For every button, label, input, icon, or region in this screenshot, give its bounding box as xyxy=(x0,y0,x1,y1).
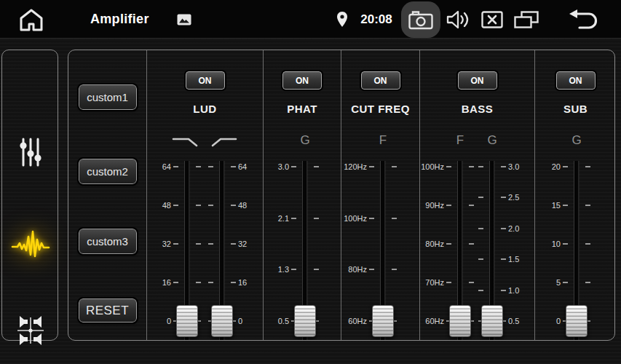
tick-label: 3.0 xyxy=(261,162,289,172)
clock: 20:08 xyxy=(355,0,397,39)
slider-cut-freq: F120Hz100Hz80Hz60Hz xyxy=(345,159,421,341)
tick-label: 100Hz xyxy=(416,162,444,172)
tick-dash xyxy=(291,218,296,219)
reset-button[interactable]: RESET xyxy=(79,298,137,323)
tick-dash xyxy=(392,218,397,219)
tick-dash xyxy=(231,243,236,245)
tick-dash xyxy=(501,166,506,167)
tick-dash xyxy=(208,282,213,283)
tick-label: 1.3 xyxy=(261,264,289,274)
treble-cut-curve-icon xyxy=(171,135,203,151)
tick-label: 2.1 xyxy=(261,213,289,223)
tick-dash xyxy=(231,166,236,167)
tick-dash xyxy=(478,228,483,229)
presets-column: custom1custom2custom3RESET xyxy=(68,50,146,340)
equalizer-sliders-icon xyxy=(15,136,46,168)
tick-dash xyxy=(563,243,568,245)
tick-dash xyxy=(392,269,397,270)
tick-label: 5 xyxy=(533,277,561,288)
tick-dash xyxy=(501,197,506,198)
tick-label: 2.5 xyxy=(508,192,536,202)
tick-dash xyxy=(446,166,451,167)
camera-icon[interactable] xyxy=(401,1,440,38)
tick-label: 0.5 xyxy=(508,316,536,326)
slider-thumb[interactable] xyxy=(481,305,503,337)
treble-rise-curve-icon xyxy=(206,135,238,151)
channel-column-phat: ONPHATG3.02.11.30.5 xyxy=(263,50,341,340)
slider-bass-2: G3.02.52.01.51.00.5 xyxy=(454,159,530,341)
tick-dash xyxy=(478,258,483,260)
amplifier-screen: Amplifier 20:08 xyxy=(0,0,621,364)
tick-label: 64 xyxy=(143,162,171,172)
tick-dash xyxy=(446,243,451,245)
power-toggle-bass[interactable]: ON xyxy=(458,71,497,90)
tick-dash xyxy=(585,166,590,167)
tick-dash xyxy=(173,166,178,167)
slider-thumb[interactable] xyxy=(294,305,316,337)
slider-thumb[interactable] xyxy=(372,305,394,337)
tick-dash xyxy=(369,166,374,167)
close-box-icon[interactable] xyxy=(481,11,503,28)
channel-column-bass: ONBASSF100Hz90Hz80Hz70Hz60HzG3.02.52.01.… xyxy=(419,50,534,340)
tick-dash xyxy=(231,205,236,206)
tick-dash xyxy=(478,197,483,198)
recent-apps-icon[interactable] xyxy=(514,11,539,28)
sidebar-item-sound-effects[interactable] xyxy=(2,227,59,261)
tick-dash xyxy=(369,269,374,270)
tick-label: 16 xyxy=(143,277,171,288)
tick-label: 20 xyxy=(533,162,561,172)
tick-dash xyxy=(501,228,506,229)
tick-dash xyxy=(208,166,213,167)
tick-label: 120Hz xyxy=(339,162,367,172)
power-toggle-lud[interactable]: ON xyxy=(186,71,225,90)
tick-dash xyxy=(314,269,319,270)
home-icon[interactable] xyxy=(17,7,46,32)
tick-dash xyxy=(478,166,483,167)
sidebar-item-balance-fader[interactable] xyxy=(2,314,59,347)
tick-label: 70Hz xyxy=(416,277,444,288)
tick-label: 0.5 xyxy=(261,316,289,326)
tick-dash xyxy=(585,282,590,283)
tick-label: 32 xyxy=(238,239,266,249)
power-toggle-sub[interactable]: ON xyxy=(556,71,596,90)
tick-label: 100Hz xyxy=(339,213,367,223)
tick-dash xyxy=(501,258,506,260)
tick-label: 48 xyxy=(238,200,266,210)
channel-column-cut-freq: ONCUT FREQF120Hz100Hz80Hz60Hz xyxy=(341,50,419,340)
tick-dash xyxy=(291,166,296,167)
sidebar-item-equalizer[interactable] xyxy=(2,136,59,168)
power-toggle-phat[interactable]: ON xyxy=(282,71,322,90)
tick-dash xyxy=(173,243,178,245)
tick-dash xyxy=(501,290,506,291)
tick-dash xyxy=(314,218,319,219)
image-icon[interactable] xyxy=(177,14,191,25)
channel-column-sub: ONSUBG20151050 xyxy=(534,50,615,340)
preset-button-1[interactable]: custom1 xyxy=(79,84,137,110)
tick-label: 80Hz xyxy=(416,239,444,249)
slider-thumb[interactable] xyxy=(211,305,233,337)
tick-label: 2.0 xyxy=(508,223,536,234)
tick-dash xyxy=(563,166,568,167)
tick-dash xyxy=(392,166,397,167)
channel-column-lud: ONLUD644832160644832160 xyxy=(146,50,263,340)
slider-scale-label: G xyxy=(267,133,343,148)
preset-button-3[interactable]: custom3 xyxy=(79,229,137,254)
status-bar: Amplifier 20:08 xyxy=(0,0,621,39)
speaker-volume-icon[interactable] xyxy=(446,9,470,30)
slider-thumb[interactable] xyxy=(566,305,588,337)
tick-label: 1.0 xyxy=(508,285,536,296)
tick-label: 32 xyxy=(143,239,171,249)
tick-dash xyxy=(173,282,178,283)
power-toggle-cut-freq[interactable]: ON xyxy=(361,71,400,90)
channel-title-sub: SUB xyxy=(535,103,615,115)
back-arrow-icon[interactable] xyxy=(567,9,601,30)
tick-label: 15 xyxy=(533,200,561,210)
tick-dash xyxy=(585,205,590,206)
channel-title-lud: LUD xyxy=(147,103,263,115)
tick-dash xyxy=(314,166,319,167)
preset-button-2[interactable]: custom2 xyxy=(79,159,137,184)
slider-lud-2: 644832160 xyxy=(184,159,260,341)
tick-label: 48 xyxy=(143,200,171,210)
waveform-icon xyxy=(11,227,50,261)
page-title: Amplifier xyxy=(90,0,149,39)
